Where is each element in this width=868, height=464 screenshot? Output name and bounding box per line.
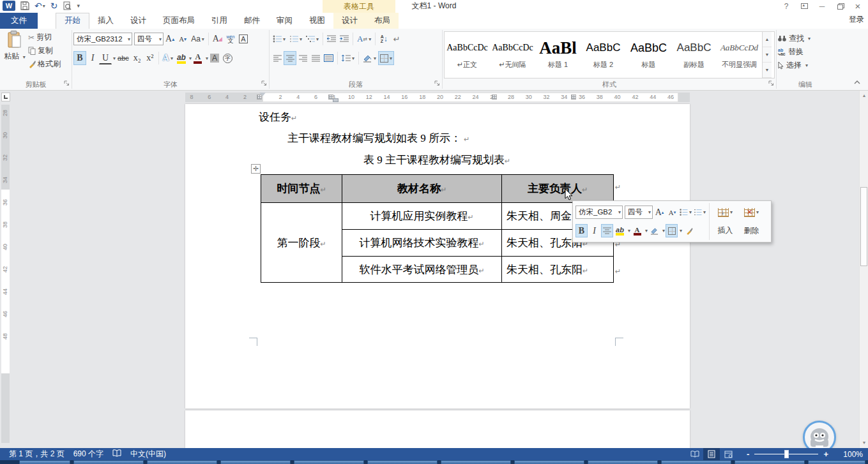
taskbar-button[interactable] [588,460,658,464]
zoom-slider[interactable] [754,448,818,460]
subscript-button[interactable]: x₂ [131,51,144,65]
select-button[interactable]: 选择▾ [778,59,833,72]
align-center-button[interactable] [284,51,296,65]
phonetic-guide-button[interactable]: wén文 [224,32,237,46]
taskbar-button[interactable] [19,460,70,464]
tab-mailings[interactable]: 邮件 [236,13,268,29]
taskbar-button[interactable] [147,460,217,464]
horizontal-ruler[interactable]: 8642246810121416182022242628303234363840… [13,92,862,103]
table-move-handle-icon[interactable]: ✛ [251,164,261,174]
undo-button[interactable]: ↶▾ [34,1,45,11]
insert-rows-icon[interactable]: ↓▾ [712,203,738,221]
course-cell[interactable]: 计算机应用实例教程↵ [342,203,502,230]
font-dialog-launcher-icon[interactable] [261,79,267,88]
tab-table-design[interactable]: 设计 [333,13,366,29]
language-indicator[interactable]: 中文(中国) [130,449,166,460]
tab-selector[interactable] [1,93,10,101]
scroll-up-icon[interactable]: ▲ [860,91,868,100]
page-2[interactable] [185,410,690,448]
underline-button[interactable]: U [99,52,112,64]
mini-shrink-font-button[interactable]: A▾ [666,206,678,219]
delete-button[interactable]: 删除 [738,221,765,240]
collapse-ribbon-icon[interactable] [854,77,860,86]
distribute-button[interactable] [322,51,335,65]
discord-overlay-icon[interactable] [803,421,836,448]
replace-button[interactable]: ab⤷ac 替换 [778,45,833,59]
zoom-in-button[interactable]: + [823,449,828,459]
format-painter-button[interactable]: 格式刷 [28,57,61,71]
mini-highlight-button[interactable]: ab [614,224,626,237]
header-cell[interactable]: 时间节点↵ [261,175,342,203]
close-icon[interactable]: × [849,0,867,12]
undo-dropdown-icon[interactable]: ▾ [43,3,45,9]
change-case-button[interactable]: Aa▾ [189,32,206,46]
taskbar-button[interactable] [220,460,291,464]
clear-formatting-button[interactable]: A◢ [211,32,224,46]
delete-table-icon[interactable]: ✕▾ [738,203,765,221]
restore-icon[interactable] [831,0,849,12]
tab-page-layout[interactable]: 页面布局 [155,13,203,29]
hanging-indent-marker[interactable] [333,98,339,102]
character-border-button[interactable]: A [237,32,250,46]
strikethrough-button[interactable]: abc [116,51,131,65]
increase-indent-button[interactable] [338,32,351,46]
mini-numbering-button[interactable]: ▾ [693,206,706,219]
italic-button[interactable]: I [86,51,99,65]
word-count[interactable]: 690 个字 [73,449,103,460]
first-line-indent-marker[interactable] [259,93,266,100]
taskbar-button[interactable] [367,460,438,464]
style-scroll-down-icon[interactable]: ▼ [763,47,772,63]
vertical-ruler[interactable]: 2830323436384042444648 [1,105,10,443]
mini-bullets-button[interactable]: ▾ [679,206,692,219]
superscript-button[interactable]: x² [144,51,156,65]
numbering-button[interactable]: ▾ [287,32,304,46]
style-heading1[interactable]: AaBl标题 1 [535,32,581,78]
paragraph-text[interactable]: 设任务↵ [259,110,297,124]
stage-cell[interactable]: 第一阶段↵ [261,203,342,283]
help-icon[interactable]: ? [777,0,795,12]
shrink-font-button[interactable]: A▾ [176,32,189,46]
enclose-characters-button[interactable]: 字 [221,51,234,65]
tab-references[interactable]: 引用 [203,13,236,29]
grow-font-button[interactable]: A▴ [164,32,176,46]
asian-layout-button[interactable]: A⇄▾ [355,32,373,46]
ribbon-options-icon[interactable] [795,0,813,12]
document-table[interactable]: 时间节点↵ 教材名称↵ 主要负责人↵ 第一阶段↵ 计算机应用实例教程↵ 朱天相、… [261,174,614,283]
tab-file[interactable]: 文件 [0,13,38,29]
vertical-scrollbar[interactable]: ▲ ▼ [859,91,868,448]
tab-home[interactable]: 开始 [56,13,89,29]
mini-grow-font-button[interactable]: A▴ [653,206,666,219]
header-cell[interactable]: 主要负责人↵ [502,175,614,203]
redo-button[interactable]: ↻ [50,1,58,11]
find-button[interactable]: 查找▾ [778,32,833,45]
bullets-button[interactable]: ▾ [271,32,287,46]
page-1[interactable]: 设任务↵ 主干课程教材编写规划如表 9 所示： ↵ 表 9 主干课程教材编写规划… [185,104,690,408]
sign-in-link[interactable]: 登录 [849,14,864,25]
tab-review[interactable]: 审阅 [268,13,301,29]
highlight-color-button[interactable]: ab [175,51,188,65]
multilevel-list-button[interactable]: ▾ [304,32,321,46]
save-icon[interactable] [20,1,29,10]
table-column-marker[interactable] [571,94,576,100]
owner-cell[interactable]: 朱天相、孔东阳↵ [502,257,614,283]
paragraph-text[interactable]: 主干课程教材编写规划如表 9 所示： ↵ [287,131,469,146]
sort-button[interactable]: AZ↓ [377,32,390,46]
taskbar-button[interactable] [735,460,805,464]
styles-dialog-launcher-icon[interactable] [768,79,774,88]
borders-button[interactable]: ▾ [378,51,394,65]
minimize-icon[interactable]: ─ [813,0,831,12]
web-layout-icon[interactable] [720,448,736,460]
align-left-button[interactable] [271,51,284,65]
taskbar-button[interactable] [441,460,511,464]
show-marks-button[interactable]: ↵ [390,32,403,46]
mini-shading-button[interactable] [648,224,660,237]
taskbar-button[interactable] [73,460,144,464]
taskbar-button[interactable] [808,460,865,464]
mini-font-name-combo[interactable]: 仿宋_GB2▾ [575,206,623,219]
customize-qat-dropdown-icon[interactable]: ▾ [77,3,80,9]
tab-insert[interactable]: 插入 [89,13,122,29]
justify-button[interactable] [309,51,322,65]
style-heading2[interactable]: AaBbC标题 2 [581,32,626,78]
clipboard-dialog-launcher-icon[interactable] [64,79,70,88]
read-mode-icon[interactable] [687,448,703,460]
